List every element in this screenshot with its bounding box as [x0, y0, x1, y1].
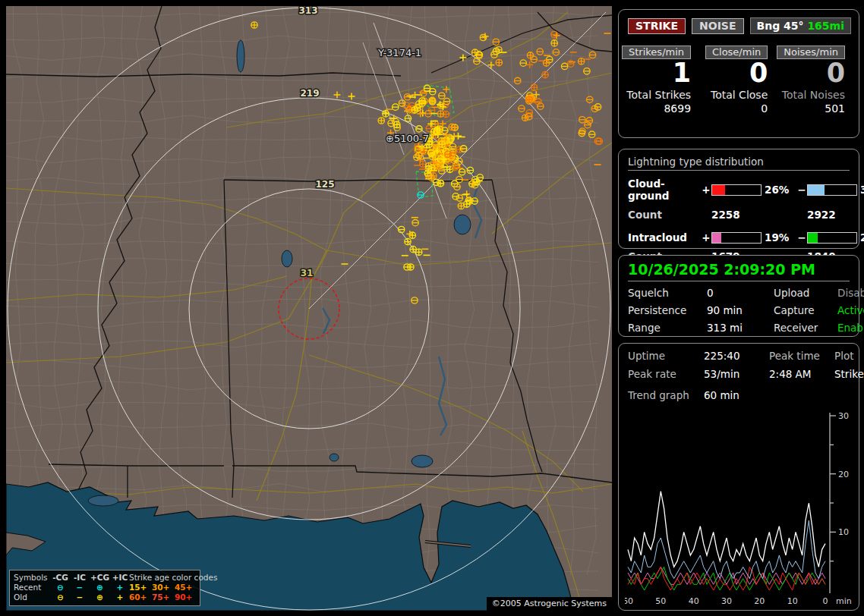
svg-text:20: 20 — [838, 470, 849, 479]
bearing-readout: Bng 45° 165mi — [750, 17, 851, 34]
neg-ic-old-icon: − — [71, 592, 89, 602]
bearing-value: Bng 45° — [757, 20, 804, 32]
total-close-value: 0 — [700, 102, 768, 115]
svg-text:0: 0 — [823, 596, 828, 606]
legend-col-ncg: -CG — [50, 573, 71, 583]
svg-text:10: 10 — [838, 527, 849, 537]
legend-symbols-header: Symbols — [14, 573, 50, 583]
squelch-label: Squelch — [628, 287, 707, 299]
svg-text:⊕5100-7: ⊕5100-7 — [386, 133, 429, 144]
upload-status: Disabled — [837, 287, 864, 299]
legend-row-recent-label: Recent — [14, 583, 50, 592]
cg-positive-pct: 26% — [765, 184, 789, 196]
plot-value: Strike — [834, 368, 864, 380]
lightning-map[interactable]: 31321912531Y-3174-1⊕5100-7 Symbols -CG -… — [6, 6, 612, 611]
legend-col-pic: +IC — [111, 573, 129, 583]
noise-mode-button[interactable]: NOISE — [692, 18, 743, 34]
total-close-label: Total Close — [700, 89, 768, 101]
cg-positive-bar — [711, 184, 762, 196]
cg-count-label: Count — [628, 209, 701, 221]
strike-mode-button[interactable]: STRIKE — [628, 18, 686, 34]
app-window: { "status": { "strike_btn": "STRIKE", "n… — [0, 0, 864, 616]
pos-ic-old-icon: + — [111, 592, 129, 602]
legend-col-pcg: +CG — [89, 573, 111, 583]
pos-ic-recent-icon: + — [111, 583, 129, 592]
svg-text:31: 31 — [301, 268, 314, 278]
age-15: 15+ — [129, 583, 152, 592]
strikes-column: Strikes/min 1 Total Strikes 8699 — [622, 44, 700, 115]
svg-text:20: 20 — [754, 596, 765, 606]
plot-label: Plot — [834, 350, 853, 362]
noises-column: Noises/min 0 Total Noises 501 — [777, 44, 854, 115]
age-60: 60+ — [129, 592, 152, 602]
cg-negative-count: 2922 — [807, 209, 864, 221]
total-noises-label: Total Noises — [777, 89, 845, 101]
cloud-ground-label: Cloud-ground — [628, 178, 701, 202]
intracloud-label: Intracloud — [628, 231, 701, 244]
close-column: Close/min 0 Total Close 0 — [700, 44, 777, 115]
session-panel: 10/26/2025 2:09:20 PM Squelch 0 Upload D… — [618, 255, 859, 337]
ic-negative-pct: 21% — [860, 231, 864, 244]
close-per-min-value: 0 — [700, 59, 768, 88]
current-datetime: 10/26/2025 2:09:20 PM — [628, 261, 850, 281]
legend-col-nic: -IC — [71, 573, 89, 583]
squelch-value: 0 — [707, 287, 774, 299]
minus-sign: − — [796, 231, 807, 244]
range-label: Range — [628, 322, 707, 334]
lightning-distribution-panel: Lightning type distribution Cloud-ground… — [618, 149, 859, 249]
svg-text:313: 313 — [298, 6, 317, 16]
trend-window-value: 60 min — [704, 389, 769, 401]
copyright-notice: ©2005 Astrogenic Systems — [487, 597, 612, 611]
pos-cg-old-icon: ⊕ — [89, 592, 111, 602]
uptime-value: 225:40 — [704, 350, 769, 362]
minus-sign: − — [796, 184, 807, 196]
age-75: 75+ — [152, 592, 175, 602]
peak-time-label: Peak time — [769, 350, 834, 362]
age-45: 45+ — [175, 583, 194, 592]
svg-text:min: min — [836, 596, 852, 606]
neg-ic-recent-icon: − — [71, 583, 89, 592]
capture-status: Active — [837, 304, 864, 316]
legend-age-header: Strike age color codes — [129, 573, 194, 583]
map-canvas[interactable]: 31321912531Y-3174-1⊕5100-7 — [6, 6, 612, 611]
noises-per-min-value: 0 — [777, 59, 845, 88]
cg-negative-pct: 34% — [860, 184, 864, 196]
svg-text:30: 30 — [721, 596, 732, 606]
peak-rate-label: Peak rate — [628, 368, 704, 380]
trend-graph-label: Trend graph — [628, 389, 704, 401]
ic-negative-bar — [807, 232, 857, 244]
total-noises-value: 501 — [777, 102, 845, 115]
neg-cg-old-icon: ⊖ — [50, 592, 71, 602]
legend-row-old-label: Old — [14, 592, 50, 602]
strikes-per-min-value: 1 — [622, 59, 691, 88]
range-value: 313 mi — [707, 322, 774, 334]
uptime-label: Uptime — [628, 350, 704, 362]
svg-text:125: 125 — [315, 179, 334, 190]
capture-label: Capture — [774, 304, 837, 316]
svg-text:219: 219 — [300, 88, 319, 99]
map-legend: Symbols -CG -IC +CG +IC Strike age color… — [9, 570, 200, 606]
age-90: 90+ — [175, 592, 194, 602]
persistence-label: Persistence — [628, 304, 707, 316]
ic-positive-pct: 19% — [765, 231, 789, 244]
svg-text:40: 40 — [689, 596, 699, 606]
ic-positive-bar — [711, 232, 762, 244]
cg-positive-count: 2258 — [711, 209, 796, 221]
bearing-distance: 165mi — [807, 20, 844, 32]
total-strikes-value: 8699 — [622, 102, 691, 115]
plus-sign: + — [701, 184, 711, 196]
svg-text:10: 10 — [787, 596, 798, 606]
receiver-status: Enabled — [837, 322, 864, 334]
plus-sign: + — [701, 231, 711, 244]
neg-cg-recent-icon: ⊖ — [50, 583, 71, 592]
receiver-label: Receiver — [774, 322, 837, 334]
distribution-title: Lightning type distribution — [628, 156, 850, 171]
svg-text:50: 50 — [655, 596, 666, 606]
pos-cg-recent-icon: ⊕ — [89, 583, 111, 592]
stats-trend-panel: Uptime 225:40 Peak time Plot Peak rate 5… — [618, 343, 859, 611]
peak-rate-value: 53/min — [704, 368, 769, 380]
cg-negative-bar — [807, 184, 857, 196]
upload-label: Upload — [774, 287, 837, 299]
peak-time-value: 2:48 AM — [769, 368, 834, 380]
trend-graph: 1020306050403020100min — [625, 410, 854, 608]
